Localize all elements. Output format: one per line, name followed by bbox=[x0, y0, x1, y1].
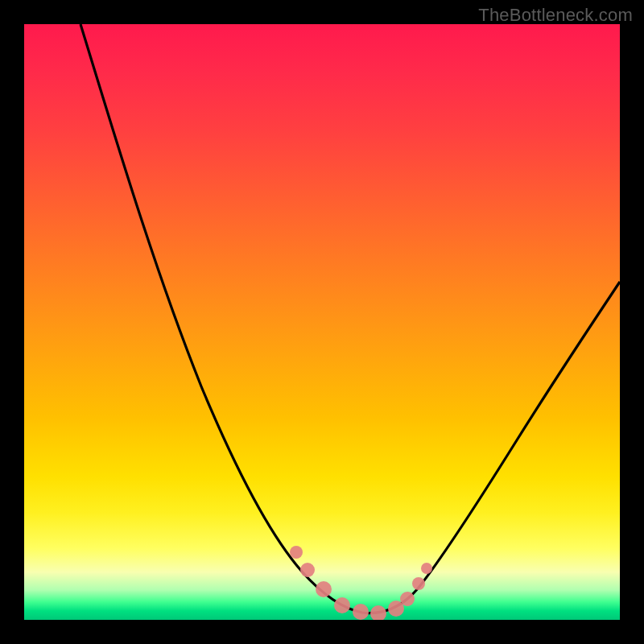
curve-marker bbox=[300, 563, 315, 577]
plot-area bbox=[24, 24, 620, 620]
curve-marker bbox=[370, 605, 386, 620]
curve-marker bbox=[353, 604, 369, 620]
watermark-text: TheBottleneck.com bbox=[478, 5, 633, 26]
curve-marker bbox=[400, 592, 415, 606]
chart-frame: TheBottleneck.com bbox=[0, 0, 644, 644]
curve-layer bbox=[24, 24, 620, 620]
curve-marker bbox=[316, 581, 332, 597]
bottleneck-curve bbox=[80, 24, 620, 613]
curve-marker bbox=[412, 577, 425, 590]
curve-marker bbox=[290, 546, 303, 559]
curve-marker bbox=[421, 563, 432, 574]
curve-marker bbox=[334, 597, 350, 613]
